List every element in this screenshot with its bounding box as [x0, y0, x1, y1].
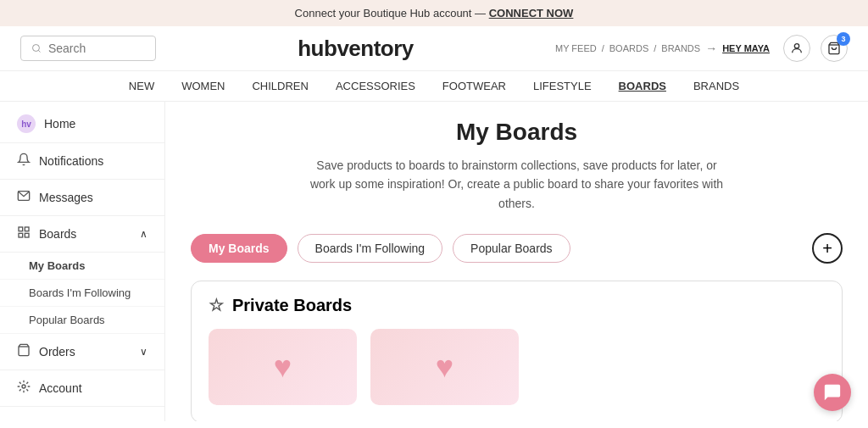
user-icon-button[interactable]	[783, 35, 810, 62]
tab-popular-boards[interactable]: Popular Boards	[453, 234, 570, 263]
heart-icon-1: ♥	[274, 349, 292, 385]
breadcrumb-user[interactable]: HEY MAYA	[722, 43, 770, 53]
logo-text: hubventory	[298, 36, 414, 61]
page-description: Save products to boards to brainstorm co…	[305, 156, 729, 213]
section-title-text: Private Boards	[232, 296, 352, 315]
boards-chevron-icon: ∧	[140, 228, 147, 240]
nav-item-lifestyle[interactable]: LIFESTYLE	[533, 80, 592, 92]
user-icon	[790, 42, 804, 55]
main-content: My Boards Save products to boards to bra…	[165, 102, 868, 421]
page-layout: hv Home Notifications Messages Boards ∧ …	[0, 102, 868, 421]
sidebar-sub-boards-following[interactable]: Boards I'm Following	[0, 280, 164, 307]
sidebar-sub-label-popular-boards: Popular Boards	[29, 314, 105, 326]
sidebar-item-notifications[interactable]: Notifications	[0, 143, 164, 180]
search-input[interactable]	[48, 42, 145, 55]
sidebar-item-orders[interactable]: Orders ∨	[0, 334, 164, 370]
nav-item-boards[interactable]: BOARDS	[619, 80, 666, 92]
add-board-button[interactable]: +	[812, 233, 843, 264]
sidebar-label-messages: Messages	[39, 191, 93, 204]
nav-item-women[interactable]: WOMEN	[181, 80, 225, 92]
board-card-2[interactable]: ♥	[370, 329, 519, 405]
nav-item-footwear[interactable]: FOOTWEAR	[442, 80, 506, 92]
nav-item-brands[interactable]: BRANDS	[693, 80, 739, 92]
cart-icon-button[interactable]: 3	[821, 35, 848, 62]
nav-item-children[interactable]: CHILDREN	[252, 80, 308, 92]
sidebar-item-home[interactable]: hv Home	[0, 105, 164, 143]
site-logo[interactable]: hubventory	[298, 36, 414, 62]
top-banner: Connect your Boutique Hub account — CONN…	[0, 0, 868, 26]
header: hubventory MY FEED / BOARDS / BRANDS → H…	[0, 26, 868, 71]
svg-point-2	[794, 44, 798, 48]
sidebar-item-boards[interactable]: Boards ∧	[0, 216, 164, 253]
boards-icon	[17, 225, 31, 242]
sidebar-sub-my-boards[interactable]: My Boards	[0, 253, 164, 280]
page-title-italic: My	[456, 119, 489, 145]
tab-row: My Boards Boards I'm Following Popular B…	[191, 233, 843, 264]
tab-my-boards[interactable]: My Boards	[191, 234, 287, 263]
nav-item-accessories[interactable]: ACCESSORIES	[336, 80, 415, 92]
board-card-1[interactable]: ♥	[209, 329, 357, 405]
banner-text: Connect your Boutique Hub account —	[295, 7, 489, 19]
sidebar-item-messages[interactable]: Messages	[0, 180, 164, 216]
svg-point-0	[32, 45, 39, 52]
sidebar-label-home: Home	[44, 117, 75, 131]
svg-rect-8	[25, 233, 29, 237]
chat-icon	[823, 383, 842, 402]
sidebar-label-notifications: Notifications	[39, 154, 103, 168]
heart-icon-2: ♥	[436, 349, 453, 385]
chat-fab-button[interactable]	[814, 374, 851, 411]
orders-icon	[17, 343, 31, 360]
breadcrumb-arrow: →	[705, 42, 717, 55]
sidebar-label-boards: Boards	[39, 227, 76, 241]
connect-now-link[interactable]: CONNECT NOW	[489, 7, 574, 19]
search-box[interactable]	[20, 36, 156, 61]
tab-boards-following[interactable]: Boards I'm Following	[298, 234, 443, 263]
page-title-rest: Boards	[489, 119, 577, 145]
sidebar: hv Home Notifications Messages Boards ∧ …	[0, 102, 165, 421]
cart-badge: 3	[837, 32, 850, 46]
svg-rect-6	[25, 227, 29, 231]
main-nav: NEW WOMEN CHILDREN ACCESSORIES FOOTWEAR …	[0, 71, 868, 102]
nav-item-new[interactable]: NEW	[129, 80, 154, 92]
private-boards-section: ☆ Private Boards ♥ ♥	[191, 281, 843, 421]
breadcrumb: MY FEED / BOARDS / BRANDS → HEY MAYA	[555, 42, 770, 55]
section-title: ☆ Private Boards	[209, 295, 825, 315]
sidebar-sub-label-boards-following: Boards I'm Following	[29, 286, 131, 299]
search-icon	[31, 42, 42, 54]
breadcrumb-myfeed[interactable]: MY FEED	[555, 43, 597, 53]
svg-point-10	[22, 385, 25, 388]
breadcrumb-boards[interactable]: BOARDS	[609, 43, 648, 53]
orders-chevron-icon: ∨	[140, 346, 147, 358]
svg-line-1	[38, 50, 40, 52]
header-icons: 3	[783, 35, 848, 62]
svg-rect-5	[19, 227, 23, 231]
sidebar-sub-label-my-boards: My Boards	[29, 259, 85, 272]
breadcrumb-brands[interactable]: BRANDS	[661, 43, 700, 53]
sidebar-sub-popular-boards[interactable]: Popular Boards	[0, 307, 164, 334]
star-icon: ☆	[209, 295, 224, 315]
header-right: MY FEED / BOARDS / BRANDS → HEY MAYA 3	[555, 35, 848, 62]
sidebar-label-orders: Orders	[39, 345, 75, 359]
sidebar-item-account[interactable]: Account	[0, 370, 164, 407]
board-cards: ♥ ♥	[209, 329, 825, 405]
home-icon: hv	[17, 114, 36, 133]
page-title: My Boards	[191, 119, 843, 146]
sidebar-label-account: Account	[39, 381, 82, 395]
notification-icon	[17, 153, 31, 170]
messages-icon	[17, 189, 31, 206]
account-icon	[17, 380, 31, 397]
svg-rect-7	[19, 233, 23, 237]
